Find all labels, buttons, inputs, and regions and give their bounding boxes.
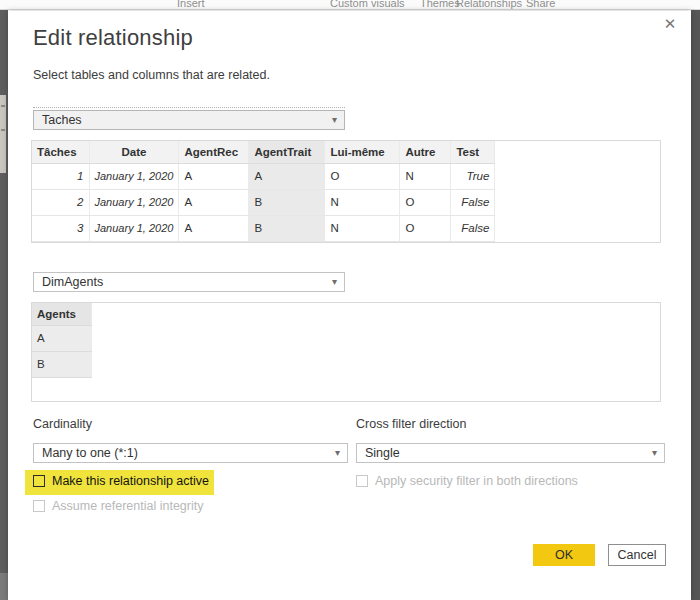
apply-security-filter-label: Apply security filter in both directions — [375, 474, 578, 488]
cardinality-dropdown[interactable]: Many to one (*:1) ▾ — [33, 443, 348, 463]
chevron-down-icon: ▾ — [332, 273, 337, 291]
table2-select-dropdown[interactable]: DimAgents ▾ — [33, 272, 345, 292]
column-header-agentrec[interactable]: AgentRec — [179, 141, 249, 163]
backdrop-left-strip — [0, 10, 8, 600]
table-row: B — [32, 351, 91, 377]
table1-select-value: Taches — [42, 113, 82, 127]
table-row: 1 January 1, 2020 A A O N True — [32, 163, 495, 189]
table1-select-dropdown[interactable]: Taches ▾ — [33, 110, 345, 130]
cell[interactable]: A — [179, 215, 249, 241]
chevron-down-icon: ▾ — [652, 444, 657, 462]
cell[interactable]: False — [451, 189, 495, 215]
ok-button[interactable]: OK — [533, 544, 595, 566]
cardinality-label: Cardinality — [33, 417, 92, 431]
table2-preview: Agents A B — [31, 302, 661, 402]
close-icon[interactable]: ✕ — [659, 13, 681, 35]
cross-filter-label: Cross filter direction — [356, 417, 466, 431]
table-row: 2 January 1, 2020 A B N O False — [32, 189, 495, 215]
ribbon-item-insert: Insert — [177, 0, 205, 9]
cross-filter-dropdown[interactable]: Single ▾ — [356, 443, 665, 463]
cross-filter-value: Single — [365, 446, 400, 460]
make-relationship-active-row: Make this relationship active — [33, 474, 209, 488]
column-header-date[interactable]: Date — [89, 141, 179, 163]
screen: Insert Custom visuals Themes Relationshi… — [0, 0, 700, 600]
column-header-autre[interactable]: Autre — [400, 141, 451, 163]
assume-referential-integrity-checkbox — [33, 500, 45, 512]
column-header-test[interactable]: Test — [451, 141, 495, 163]
cell[interactable]: O — [325, 163, 400, 189]
cell[interactable]: A — [32, 325, 91, 351]
table1: Tâches Date AgentRec AgentTrait Lui-même… — [32, 141, 495, 242]
backdrop-left-panel — [0, 95, 6, 173]
make-relationship-active-checkbox[interactable] — [33, 475, 45, 487]
cell[interactable]: A — [179, 163, 249, 189]
table-row: 3 January 1, 2020 A B N O False — [32, 215, 495, 241]
cell[interactable]: January 1, 2020 — [89, 215, 179, 241]
chevron-down-icon: ▾ — [335, 444, 340, 462]
table-row: A — [32, 325, 91, 351]
ribbon-item-custom-visuals: Custom visuals — [330, 0, 405, 9]
cell[interactable]: O — [400, 189, 451, 215]
table2: Agents A B — [32, 303, 92, 378]
assume-referential-integrity-label: Assume referential integrity — [52, 499, 203, 513]
cell[interactable]: B — [32, 351, 91, 377]
column-header-agents[interactable]: Agents — [32, 303, 91, 325]
cell[interactable]: 3 — [32, 215, 89, 241]
ribbon-item-themes: Themes — [420, 0, 460, 9]
column-header-taches[interactable]: Tâches — [32, 141, 89, 163]
cell[interactable]: B — [249, 189, 325, 215]
ribbon-item-relationships: Relationships — [456, 0, 522, 9]
column-header-agenttrait[interactable]: AgentTrait — [249, 141, 325, 163]
cell[interactable]: A — [249, 163, 325, 189]
apply-security-filter-checkbox — [356, 475, 368, 487]
column-header-luimeme[interactable]: Lui-même — [325, 141, 400, 163]
backdrop-tick — [1, 129, 5, 131]
edit-relationship-dialog: ✕ Edit relationship Select tables and co… — [8, 11, 691, 600]
cell[interactable]: January 1, 2020 — [89, 163, 179, 189]
cell[interactable]: A — [179, 189, 249, 215]
page-title: Edit relationship — [33, 25, 193, 51]
table1-header-row: Tâches Date AgentRec AgentTrait Lui-même… — [32, 141, 495, 163]
cell[interactable]: 2 — [32, 189, 89, 215]
cell[interactable]: January 1, 2020 — [89, 189, 179, 215]
make-relationship-active-label: Make this relationship active — [52, 474, 209, 488]
background-ribbon: Insert Custom visuals Themes Relationshi… — [0, 0, 700, 10]
backdrop-left-bottom — [0, 573, 8, 600]
table1-preview: Tâches Date AgentRec AgentTrait Lui-même… — [31, 140, 661, 243]
cancel-button[interactable]: Cancel — [608, 544, 666, 566]
assume-referential-integrity-row: Assume referential integrity — [33, 499, 203, 513]
cell[interactable]: N — [325, 215, 400, 241]
dialog-subtitle: Select tables and columns that are relat… — [33, 68, 270, 82]
cardinality-value: Many to one (*:1) — [42, 446, 138, 460]
chevron-down-icon: ▾ — [332, 111, 337, 129]
cell[interactable]: N — [400, 163, 451, 189]
table2-select-value: DimAgents — [42, 275, 103, 289]
ribbon-item-share: Share — [526, 0, 555, 9]
cell[interactable]: N — [325, 189, 400, 215]
cell[interactable]: True — [451, 163, 495, 189]
backdrop-tick — [1, 105, 5, 107]
cell[interactable]: False — [451, 215, 495, 241]
cell[interactable]: 1 — [32, 163, 89, 189]
backdrop-right-strip — [691, 10, 700, 600]
table2-header-row: Agents — [32, 303, 91, 325]
cell[interactable]: O — [400, 215, 451, 241]
apply-security-filter-row: Apply security filter in both directions — [356, 474, 578, 488]
cell[interactable]: B — [249, 215, 325, 241]
